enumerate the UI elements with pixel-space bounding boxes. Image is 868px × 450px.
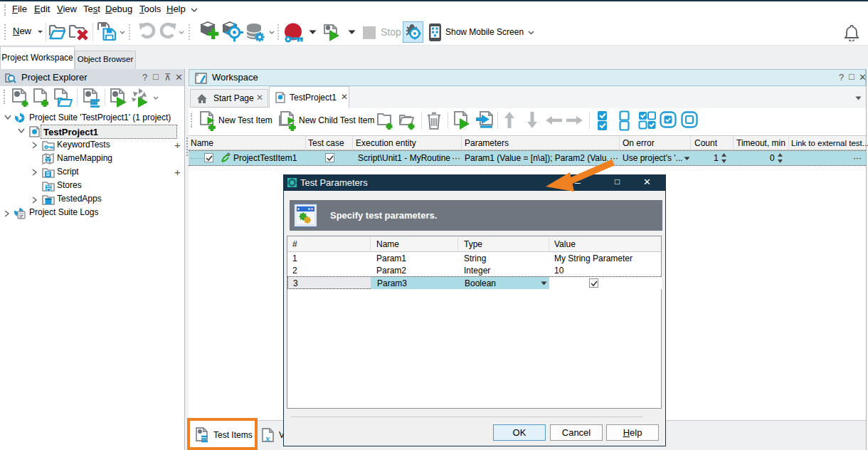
svg-text:x: x — [265, 433, 270, 444]
